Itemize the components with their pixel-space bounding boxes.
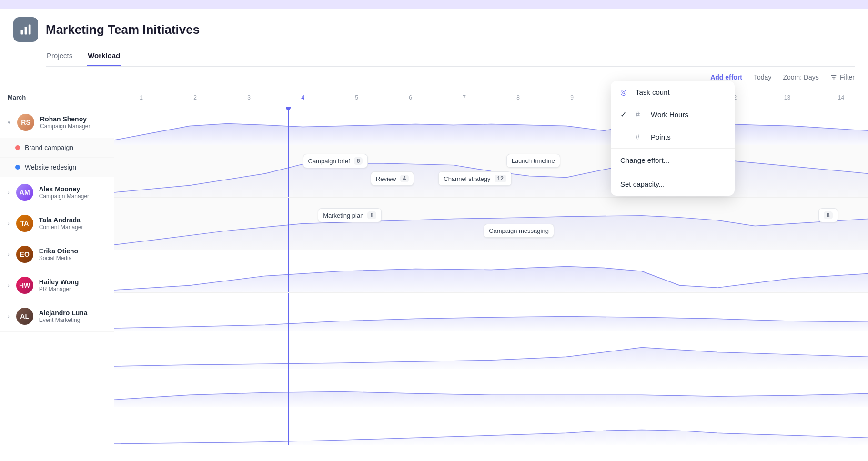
- timeline-header: 1 2 3 4 5 6 7 8 9 10 11 12 13 14: [114, 88, 868, 107]
- task-chip-launch-timeline[interactable]: Launch timeline: [506, 154, 560, 168]
- gantt-rows: Campaign brief 6 Review 4 Launch timelin…: [114, 107, 868, 445]
- person-row-alex[interactable]: › AM Alex Mooney Campaign Manager: [0, 177, 114, 208]
- person-name-erika: Erika Otieno: [39, 247, 78, 255]
- task-chip-channel-strategy[interactable]: Channel strategy 12: [438, 171, 512, 186]
- svg-rect-2: [29, 25, 31, 35]
- chart-icon: [19, 23, 32, 36]
- person-role-hailey: PR Manager: [39, 286, 79, 292]
- dropdown-action-change-effort[interactable]: Change effort...: [611, 149, 735, 172]
- gantt-area: 1 2 3 4 5 6 7 8 9 10 11 12 13 14: [114, 88, 868, 461]
- day-1: 1: [114, 88, 168, 107]
- nav-tabs: Projects Workload: [46, 48, 855, 67]
- task-chip-campaign-brief[interactable]: Campaign brief 6: [303, 154, 368, 168]
- person-name-alejandro: Alejandro Luna: [39, 309, 88, 317]
- timeline-days: 1 2 3 4 5 6 7 8 9 10 11 12 13 14: [114, 88, 868, 107]
- day-14: 14: [814, 88, 868, 107]
- hash-icon-work: #: [636, 110, 645, 119]
- chevron-right-icon-2: ›: [8, 220, 10, 226]
- gantt-row-rohan: [114, 107, 868, 145]
- day-3: 3: [222, 88, 276, 107]
- person-name-alex: Alex Mooney: [39, 185, 89, 193]
- person-role-tala: Content Manager: [39, 224, 83, 230]
- person-row-tala[interactable]: › TA Tala Andrada Content Manager: [0, 208, 114, 239]
- tab-workload[interactable]: Workload: [87, 48, 121, 66]
- gantt-row-alex: [114, 250, 868, 293]
- app-icon: [13, 17, 38, 42]
- person-name-rohan: Rohan Shenoy: [40, 115, 90, 123]
- day-9: 9: [545, 88, 599, 107]
- project-dot-website: [15, 165, 20, 170]
- filter-icon: [830, 74, 837, 80]
- project-row-website[interactable]: Website redesign: [0, 158, 114, 177]
- person-name-tala: Tala Andrada: [39, 216, 83, 224]
- svg-rect-1: [25, 27, 27, 34]
- day-7: 7: [437, 88, 491, 107]
- day-13: 13: [760, 88, 814, 107]
- person-row-alejandro[interactable]: › AL Alejandro Luna Event Marketing: [0, 301, 114, 332]
- project-row-brand[interactable]: Brand campaign: [0, 138, 114, 158]
- today-button[interactable]: Today: [754, 73, 771, 81]
- task-chip-campaign-messaging[interactable]: Campaign messaging: [484, 224, 554, 238]
- day-8: 8: [491, 88, 545, 107]
- gantt-row-erika: [114, 331, 868, 369]
- dropdown-item-task-count[interactable]: ◎ Task count: [611, 81, 735, 103]
- chevron-right-icon: ›: [8, 190, 10, 195]
- person-role-alejandro: Event Marketing: [39, 317, 88, 323]
- avatar-tala: TA: [16, 215, 33, 232]
- dropdown-item-points[interactable]: ✓ # Points: [611, 126, 735, 148]
- page-title: Marketing Team Initiatives: [46, 22, 200, 37]
- svg-rect-0: [21, 30, 23, 35]
- day-5: 5: [330, 88, 384, 107]
- gantt-row-website: Marketing plan 8 Campaign messaging 8: [114, 198, 868, 250]
- avatar-alex: AM: [16, 184, 33, 201]
- main-area: March ▾ RS Rohan Shenoy Campaign Manager…: [0, 88, 868, 461]
- add-effort-button[interactable]: Add effort: [710, 73, 742, 81]
- sidebar: March ▾ RS Rohan Shenoy Campaign Manager…: [0, 88, 114, 461]
- avatar-erika: EO: [16, 246, 33, 263]
- chevron-right-icon-4: ›: [8, 282, 10, 288]
- day-2: 2: [168, 88, 222, 107]
- dropdown-action-set-capacity[interactable]: Set capacity...: [611, 172, 735, 196]
- gantt-row-alejandro: [114, 407, 868, 445]
- person-role-erika: Social Media: [39, 255, 78, 261]
- hash-icon-points: #: [636, 133, 645, 141]
- gantt-row-brand: Campaign brief 6 Review 4 Launch timelin…: [114, 145, 868, 198]
- chevron-right-icon-5: ›: [8, 313, 10, 319]
- dropdown-menu: ◎ Task count ✓ # Work Hours ✓ # Points C…: [611, 81, 735, 196]
- dropdown-item-work-hours[interactable]: ✓ # Work Hours: [611, 103, 735, 126]
- gantt-row-hailey: [114, 369, 868, 407]
- circle-check-icon: ◎: [620, 88, 630, 97]
- checkmark-icon: ✓: [620, 110, 630, 119]
- avatar-rohan: RS: [17, 114, 34, 131]
- zoom-button[interactable]: Zoom: Days: [783, 73, 818, 81]
- project-name-website: Website redesign: [25, 163, 76, 171]
- gantt-row-tala: [114, 293, 868, 331]
- person-row-erika[interactable]: › EO Erika Otieno Social Media: [0, 239, 114, 270]
- person-role-rohan: Campaign Manager: [40, 123, 90, 130]
- task-chip-review[interactable]: Review 4: [371, 171, 414, 186]
- tab-projects[interactable]: Projects: [46, 48, 73, 66]
- task-chip-website-8[interactable]: 8: [818, 208, 838, 222]
- person-row-rohan[interactable]: ▾ RS Rohan Shenoy Campaign Manager: [0, 107, 114, 138]
- person-row-hailey[interactable]: › HW Hailey Wong PR Manager: [0, 270, 114, 301]
- task-chip-marketing-plan[interactable]: Marketing plan 8: [318, 208, 382, 222]
- avatar-hailey: HW: [16, 277, 33, 294]
- timeline-month-label: March: [8, 94, 26, 101]
- filter-button[interactable]: Filter: [830, 73, 855, 81]
- chevron-down-icon: ▾: [8, 120, 10, 126]
- chevron-right-icon-3: ›: [8, 251, 10, 257]
- person-role-alex: Campaign Manager: [39, 193, 89, 200]
- day-4-today: 4: [276, 88, 330, 107]
- avatar-alejandro: AL: [16, 308, 33, 325]
- person-name-hailey: Hailey Wong: [39, 278, 79, 286]
- project-name-brand: Brand campaign: [25, 144, 73, 151]
- day-6: 6: [384, 88, 437, 107]
- toolbar: Add effort Today Zoom: Days Filter: [0, 67, 868, 88]
- project-dot-brand: [15, 145, 20, 150]
